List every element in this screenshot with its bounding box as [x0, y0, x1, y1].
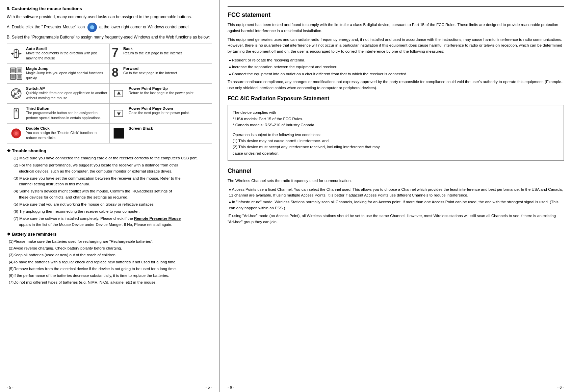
step-b: B. Select the "Programmable Buttons" to …: [7, 34, 212, 40]
trouble-item-2: (2) For the supreme performance, we sugg…: [10, 162, 212, 174]
svg-rect-23: [16, 109, 17, 111]
magic-jump-text: Magic Jump Magic Jump lets you open eigh…: [26, 67, 107, 80]
third-btn-desc: The programmable button can be assigned …: [26, 110, 107, 120]
back-desc: Return to the last page in the Internet: [123, 51, 210, 56]
pp-down-desc: Go to the next page in the power point.: [129, 110, 210, 115]
func-forward: 8 Forward Go to the next page in the Int…: [109, 64, 212, 84]
channel-bullets: Access Points use a fixed Channel. You c…: [228, 187, 564, 211]
pp-down-name: Power Point Page Down: [129, 106, 210, 110]
func-magic-jump: Magic Jump Magic Jump lets you open eigh…: [7, 64, 109, 84]
trouble-item-6: (6) Try unplugging then reconnecting the…: [10, 209, 212, 214]
switch-ap-icon: AP: [9, 86, 23, 101]
presenter-mouse-icon: [87, 23, 97, 32]
func-pp-down: Power Point Page Down Go to the next pag…: [109, 104, 212, 124]
channel-para1: The Wireless Channel sets the radio freq…: [228, 178, 564, 184]
functions-grid: Auto Scroll Move the documents in the di…: [7, 44, 212, 143]
trouble-section: Trouble shooting (1) Make sure you have …: [7, 148, 212, 228]
page-num-left: - 5 -: [7, 385, 14, 389]
trouble-item-7: (7) Make sure the software is installed …: [10, 216, 212, 228]
back-number: 7: [112, 47, 119, 59]
func-pp-up: Power Point Page Up Return to the last p…: [109, 84, 212, 104]
back-text: Back Return to the last page in the Inte…: [123, 47, 210, 56]
step-a: A. Double click the " Presenter Mouse" i…: [7, 23, 212, 32]
pp-up-text: Power Point Page Up Return to the last p…: [129, 86, 210, 96]
func-switch-ap: AP Switch AP Quickly switch from on: [7, 84, 109, 104]
section-title: Customizing the mouse functions: [11, 6, 82, 11]
magic-jump-name: Magic Jump: [26, 67, 107, 71]
fcc-para2: This equipment generates uses and can ra…: [228, 37, 564, 55]
auto-scroll-name: Auto Scroll: [26, 47, 107, 51]
battery-title: Battery use reminders: [7, 232, 212, 237]
trouble-list: (1) Make sure you have connected the cha…: [7, 155, 212, 228]
func-back: 7 Back Return to the last page in the In…: [109, 44, 212, 64]
battery-item-4: (4)To have the batteries with a regular …: [9, 259, 212, 265]
double-click-name: Double Click: [26, 126, 107, 130]
func-screen-black: Screen Black: [109, 124, 212, 143]
battery-item-7: (7)Do not mix different types of batteri…: [9, 280, 212, 285]
double-click-text: Double Click You can assign the "Double …: [26, 126, 107, 140]
battery-item-2: (2)Avoid reverse charging. Check battery…: [9, 245, 212, 251]
func-auto-scroll: Auto Scroll Move the documents in the di…: [7, 44, 109, 64]
switch-ap-desc: Quickly switch from one open application…: [26, 90, 107, 100]
page-num-right-l: - 6 -: [228, 385, 234, 389]
svg-rect-13: [11, 69, 15, 72]
page-left: 9. Customizing the mouse functions With …: [0, 0, 219, 392]
channel-para2: IF using "Ad-hoc" mode (no Access Point)…: [228, 213, 564, 225]
forward-text: Forward Go to the next page in the Inter…: [123, 67, 210, 76]
compliance-line5: Operation is subject to the following tw…: [233, 132, 559, 138]
svg-text:AP: AP: [14, 92, 19, 96]
section-number: 9.: [7, 6, 10, 11]
svg-rect-29: [114, 128, 124, 139]
channel-title: Channel: [228, 167, 564, 175]
battery-item-6: (6)If the performance of the batteries d…: [9, 273, 212, 279]
pp-down-text: Power Point Page Down Go to the next pag…: [129, 106, 210, 115]
fcc-bullets: Reorient or relocate the receiving anten…: [228, 57, 564, 77]
magic-jump-desc: Magic Jump lets you open eight special f…: [26, 71, 107, 80]
double-click-desc: You can assign the "Double Click" functi…: [26, 130, 107, 140]
screen-black-icon: [112, 126, 126, 140]
trouble-item-3: (3) Make sure you have set the communica…: [10, 176, 212, 187]
compliance-line3: * Canada models: RSS-210 of Industry Can…: [233, 122, 559, 128]
compliance-line7: (2) This device must accept any interfer…: [233, 144, 559, 150]
forward-desc: Go to the next page in the Internet: [123, 71, 210, 76]
battery-section: Battery use reminders (1)Please make sur…: [7, 232, 212, 286]
svg-point-28: [15, 132, 18, 135]
channel-bullet-1: Access Points use a fixed Channel. You c…: [229, 187, 564, 199]
trouble-item-5: (5) Make sure that you are not working t…: [10, 202, 212, 207]
fcc-ic-title: FCC &IC Radiation Exposure Statement: [228, 96, 564, 102]
third-btn-name: Third Button: [26, 106, 107, 110]
battery-item-1: (1)Please make sure the batteries used f…: [9, 239, 212, 244]
compliance-line6: (1) This device may not cause harmful in…: [233, 138, 559, 144]
compliance-line1: The device complies with: [233, 109, 559, 115]
fcc-bullet-2: Increase the separation between the equi…: [229, 64, 564, 70]
third-btn-text: Third Button The programmable button can…: [26, 106, 107, 120]
trouble-item-1: (1) Make sure you have connected the cha…: [10, 155, 212, 161]
fcc-title: FCC statement: [228, 6, 564, 19]
battery-item-3: (3)Keep all batteries (used or new) out …: [9, 252, 212, 258]
screen-black-text: Screen Black: [129, 126, 210, 130]
fcc-bullet-1: Reorient or relocate the receiving anten…: [229, 57, 564, 63]
auto-scroll-text: Auto Scroll Move the documents in the di…: [26, 47, 107, 60]
auto-scroll-desc: Move the documents in the direction with…: [26, 51, 107, 60]
fcc-para1: This equipment has been tested and found…: [228, 22, 564, 34]
double-click-icon: [9, 126, 23, 140]
switch-ap-text: Switch AP Quickly switch from one open a…: [26, 86, 107, 100]
battery-item-5: (5)Remove batteries from the electrical …: [9, 266, 212, 272]
auto-scroll-icon: [9, 47, 23, 61]
pp-up-name: Power Point Page Up: [129, 86, 210, 90]
switch-ap-name: Switch AP: [26, 86, 107, 90]
compliance-line2: * USA models: Part 15 of the FCC Rules.: [233, 116, 559, 122]
intro-text: With the software provided, many commonl…: [7, 14, 212, 20]
trouble-item-4: (4) Some system devices might conflict w…: [10, 188, 212, 200]
compliance-line8: cause undesired operation.: [233, 150, 559, 156]
forward-number: 8: [112, 67, 119, 79]
battery-list: (1)Please make sure the batteries used f…: [7, 239, 212, 286]
pp-up-icon: [112, 86, 126, 101]
magic-jump-icon: [9, 67, 23, 81]
svg-rect-16: [18, 75, 21, 79]
page-num-right-r: - 6 -: [557, 385, 564, 389]
page-num-left-r: - 5 -: [205, 385, 212, 389]
forward-name: Forward: [123, 67, 210, 71]
func-third-btn: Third Button The programmable button can…: [7, 104, 109, 124]
fcc-bullet-3: Connect the equipment into an outlet on …: [229, 71, 564, 77]
